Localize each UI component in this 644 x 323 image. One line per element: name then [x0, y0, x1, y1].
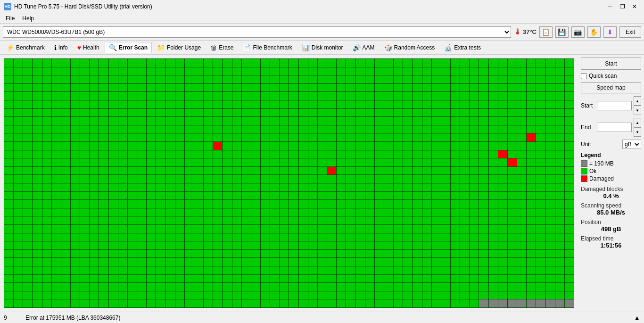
drive-selector[interactable]: WDC WD5000AVDS-63U7B1 (500 gB): [3, 26, 511, 38]
start-spin-up[interactable]: ▲: [634, 96, 641, 106]
grid-cell: [61, 216, 70, 224]
tab-random-access[interactable]: 🎲 Random Access: [380, 42, 439, 53]
tab-aam[interactable]: 🔊 AAM: [348, 42, 379, 53]
minimize-button[interactable]: ─: [604, 2, 616, 11]
speed-map-button[interactable]: Speed map: [581, 82, 641, 93]
grid-cell: [185, 158, 194, 166]
tab-info[interactable]: ℹ Info: [50, 42, 72, 53]
tab-disk-monitor[interactable]: 📊 Disk monitor: [297, 42, 347, 53]
start-input[interactable]: 0: [597, 101, 632, 110]
grid-cell: [536, 142, 545, 150]
grid-cell: [289, 109, 298, 117]
grid-cell: [489, 266, 498, 274]
grid-cell: [194, 100, 203, 108]
grid-cell: [42, 150, 51, 158]
grid-cell: [413, 208, 421, 216]
grid-cell: [185, 275, 194, 283]
grid-cell: [52, 158, 61, 166]
grid-cell: [4, 117, 13, 125]
grid-cell: [261, 233, 270, 241]
grid-cell: [489, 283, 498, 291]
grid-cell: [555, 117, 564, 125]
grid-cell: [52, 133, 61, 141]
grid-cell: [261, 84, 270, 92]
grid-cell: [460, 142, 469, 150]
menu-help[interactable]: Help: [18, 14, 38, 23]
grid-cell: [337, 183, 346, 191]
tab-benchmark[interactable]: ⚡ Benchmark: [2, 42, 49, 53]
grid-cell: [261, 250, 270, 258]
grid-cell: [308, 250, 317, 258]
grid-cell: [80, 133, 89, 141]
tab-erase[interactable]: 🗑 Erase: [206, 42, 238, 53]
grid-cell: [242, 208, 251, 216]
end-input[interactable]: 500: [597, 123, 632, 132]
tab-extra-tests[interactable]: 🔬 Extra tests: [440, 42, 485, 53]
status-message: Error at 175951 MB (LBA 360348667): [25, 315, 120, 321]
grid-cell: [299, 275, 308, 283]
grid-cell: [4, 158, 13, 166]
tab-file-benchmark[interactable]: 📄 File Benchmark: [239, 42, 296, 53]
grid-cell: [489, 59, 498, 67]
grid-cell: [33, 283, 41, 291]
grid-cell: [90, 84, 99, 92]
grid-cell: [546, 92, 555, 100]
hand-icon-btn[interactable]: ✋: [587, 26, 601, 38]
grid-cell: [555, 241, 564, 249]
grid-cell: [441, 208, 450, 216]
grid-cell: [175, 283, 184, 291]
grid-cell: [52, 200, 61, 208]
download-icon-btn[interactable]: ⬇: [603, 26, 617, 38]
grid-cell: [498, 291, 507, 299]
grid-cell: [413, 225, 421, 233]
start-spin-down[interactable]: ▼: [634, 106, 641, 115]
hdd-icon-btn[interactable]: 💾: [555, 26, 569, 38]
grid-cell: [289, 100, 298, 108]
start-button[interactable]: Start: [581, 58, 641, 70]
grid-cell: [460, 299, 469, 307]
grid-cell: [147, 100, 156, 108]
grid-cell: [289, 150, 298, 158]
grid-cell: [555, 208, 564, 216]
grid-cell: [223, 283, 231, 291]
tab-error-scan[interactable]: 🔍 Error Scan: [105, 42, 152, 53]
grid-cell: [204, 258, 213, 266]
grid-cell: [546, 241, 555, 249]
grid-cell: [365, 117, 374, 125]
grid-cell: [527, 67, 536, 75]
grid-cell: [280, 283, 289, 291]
tab-health[interactable]: ♥ Health: [73, 42, 104, 53]
end-spin-up[interactable]: ▲: [634, 118, 641, 127]
exit-button[interactable]: Exit: [619, 26, 641, 38]
grid-cell: [270, 192, 279, 200]
grid-cell: [99, 133, 108, 141]
grid-cell: [384, 167, 393, 175]
unit-select[interactable]: gB MB: [622, 140, 641, 149]
grid-cell: [109, 142, 118, 150]
camera-icon-btn[interactable]: 📷: [571, 26, 585, 38]
grid-cell: [460, 100, 469, 108]
grid-cell: [441, 100, 450, 108]
grid-cell: [365, 84, 374, 92]
grid-cell: [109, 275, 118, 283]
grid-cell: [109, 59, 118, 67]
grid-cell: [23, 109, 32, 117]
grid-cell: [14, 133, 23, 141]
grid-cell: [479, 283, 488, 291]
grid-cell: [308, 100, 317, 108]
tab-folder-usage[interactable]: 📁 Folder Usage: [153, 42, 205, 53]
close-button[interactable]: ✕: [629, 2, 640, 11]
restore-button[interactable]: ❐: [617, 2, 628, 11]
grid-cell: [166, 167, 175, 175]
grid-cell: [99, 200, 108, 208]
grid-cell: [308, 200, 317, 208]
grid-cell: [251, 183, 260, 191]
quick-scan-checkbox[interactable]: [581, 73, 587, 79]
info-icon-btn[interactable]: 📋: [539, 26, 553, 38]
grid-cell: [565, 299, 574, 307]
grid-cell: [14, 225, 23, 233]
menu-file[interactable]: File: [2, 14, 18, 23]
grid-cell: [213, 275, 222, 283]
end-spin-down[interactable]: ▼: [634, 127, 641, 137]
grid-cell: [128, 241, 137, 249]
